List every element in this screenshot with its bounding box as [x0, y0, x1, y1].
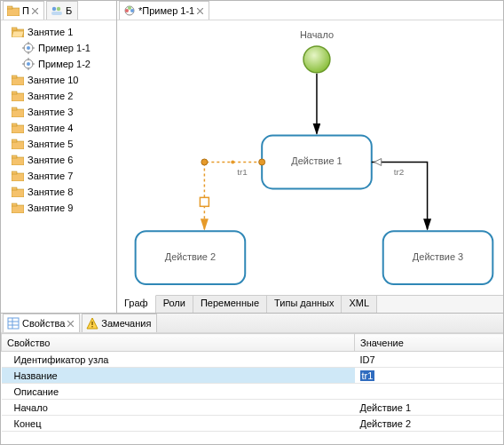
- svg-point-5: [57, 7, 60, 11]
- bottom-tabbar: Свойства Замечания: [1, 314, 503, 333]
- property-row[interactable]: Идентификатор узла ID7: [2, 352, 504, 368]
- tab-remarks[interactable]: Замечания: [82, 314, 157, 332]
- svg-rect-6: [51, 12, 62, 15]
- start-node[interactable]: [303, 46, 330, 73]
- project-explorer-panel: П Б Занятие 1 Пример 1-1: [0, 0, 117, 314]
- close-icon[interactable]: [197, 8, 203, 14]
- edge-tr1[interactable]: [204, 162, 262, 229]
- folder-icon: [12, 139, 24, 149]
- start-label: Начало: [300, 29, 334, 40]
- svg-rect-54: [92, 326, 93, 327]
- tree-process[interactable]: Пример 1-2: [6, 56, 116, 72]
- tree-item-label: Занятие 5: [28, 139, 73, 149]
- project-tree[interactable]: Занятие 1 Пример 1-1 Пример 1-2 Занятие …: [1, 20, 116, 313]
- folder-icon: [12, 155, 24, 165]
- tab-vars[interactable]: Переменные: [193, 296, 267, 313]
- project-tab[interactable]: П: [3, 1, 44, 20]
- svg-rect-23: [12, 75, 17, 78]
- prop-val[interactable]: tr1: [355, 368, 504, 384]
- tree-item-label: Занятие 10: [28, 75, 78, 85]
- close-icon[interactable]: [32, 8, 38, 14]
- tree-folder[interactable]: Занятие 8: [6, 184, 116, 200]
- svg-rect-24: [12, 93, 24, 101]
- diagram-editor: *Пример 1-1 Начало: [117, 0, 504, 314]
- tab-label: Переменные: [201, 298, 259, 308]
- header-property[interactable]: Свойство: [2, 334, 355, 352]
- prop-val[interactable]: Действие 2: [355, 416, 504, 432]
- tab-roles[interactable]: Роли: [156, 296, 193, 313]
- tree-folder[interactable]: Занятие 6: [6, 152, 116, 168]
- tab-graph[interactable]: Граф: [117, 295, 156, 313]
- tree-item-label: Занятие 8: [28, 187, 73, 197]
- prop-val[interactable]: [355, 384, 504, 400]
- tab-types[interactable]: Типы данных: [267, 296, 342, 313]
- warning-icon: [86, 317, 98, 330]
- diagram-canvas[interactable]: Начало Действие 1 tr1: [117, 20, 503, 295]
- property-row[interactable]: Название tr1: [2, 368, 504, 384]
- tree-folder[interactable]: Занятие 2: [6, 88, 116, 104]
- property-row[interactable]: Описание: [2, 384, 504, 400]
- diagram-svg: Начало Действие 1 tr1: [117, 20, 503, 295]
- process-icon: [22, 58, 35, 70]
- tab-remarks-label: Замечания: [101, 318, 151, 329]
- tree-folder[interactable]: Занятие 10: [6, 72, 116, 88]
- edge-tr2-label: tr2: [394, 167, 405, 177]
- svg-rect-22: [12, 77, 24, 85]
- prop-val[interactable]: Действие 1: [355, 400, 504, 416]
- svg-rect-0: [7, 8, 20, 16]
- header-value[interactable]: Значение: [355, 334, 504, 352]
- folder-icon: [12, 75, 24, 85]
- tab-label: Типы данных: [274, 298, 334, 308]
- folder-icon: [12, 203, 24, 213]
- edge-tr1-label: tr1: [237, 167, 248, 177]
- prop-key: Название: [2, 368, 355, 384]
- editor-file-tab[interactable]: *Пример 1-1: [119, 1, 209, 20]
- tree-folder[interactable]: Занятие 9: [6, 200, 116, 216]
- project-tab-label: П: [22, 5, 29, 16]
- edge-handle[interactable]: [259, 159, 265, 165]
- svg-point-42: [130, 9, 134, 12]
- tree-process[interactable]: Пример 1-1: [6, 40, 116, 56]
- property-row[interactable]: Конец Действие 2: [2, 416, 504, 432]
- prop-key: Конец: [2, 416, 355, 432]
- svg-rect-53: [92, 322, 93, 325]
- edge-decorator: [374, 158, 382, 165]
- edge-handle[interactable]: [201, 159, 208, 165]
- editor-tabbar: *Пример 1-1: [117, 1, 503, 20]
- tree-item-label: Занятие 4: [28, 123, 73, 133]
- properties-panel: Свойства Замечания Свойство Значение: [0, 314, 504, 445]
- team-tab[interactable]: Б: [46, 1, 78, 20]
- editor-sub-tabs: Граф Роли Переменные Типы данных XML: [117, 295, 503, 313]
- svg-rect-37: [12, 187, 17, 190]
- svg-rect-8: [12, 28, 17, 30]
- process-icon: [22, 42, 35, 54]
- tab-label: Роли: [163, 298, 185, 308]
- svg-rect-34: [12, 173, 24, 181]
- team-tab-label: Б: [66, 5, 72, 16]
- svg-rect-29: [12, 123, 17, 126]
- prop-key: Начало: [2, 400, 355, 416]
- properties-table[interactable]: Свойство Значение Идентификатор узла ID7…: [1, 333, 503, 444]
- navigator-icon: [7, 5, 20, 16]
- action1-text: Действие 1: [291, 155, 342, 166]
- tree-folder[interactable]: Занятие 5: [6, 136, 116, 152]
- prop-val[interactable]: ID7: [355, 352, 504, 368]
- tree-folder[interactable]: Занятие 1: [6, 24, 116, 40]
- prop-key: Описание: [2, 384, 355, 400]
- close-icon[interactable]: [67, 321, 74, 327]
- property-row[interactable]: Начало Действие 1: [2, 400, 504, 416]
- svg-rect-33: [12, 155, 17, 158]
- tree-folder[interactable]: Занятие 7: [6, 168, 116, 184]
- edge-midpoint-handle[interactable]: [200, 197, 209, 206]
- tab-xml[interactable]: XML: [342, 296, 377, 313]
- tree-folder[interactable]: Занятие 3: [6, 104, 116, 120]
- tree-folder[interactable]: Занятие 4: [6, 120, 116, 136]
- action2-text: Действие 2: [165, 251, 216, 262]
- tree-item-label: Занятие 1: [28, 27, 73, 37]
- svg-point-17: [27, 62, 30, 66]
- prop-key: Идентификатор узла: [2, 352, 355, 368]
- svg-point-11: [27, 46, 30, 50]
- svg-rect-25: [12, 91, 17, 94]
- svg-rect-36: [12, 189, 24, 197]
- tab-properties[interactable]: Свойства: [3, 314, 80, 332]
